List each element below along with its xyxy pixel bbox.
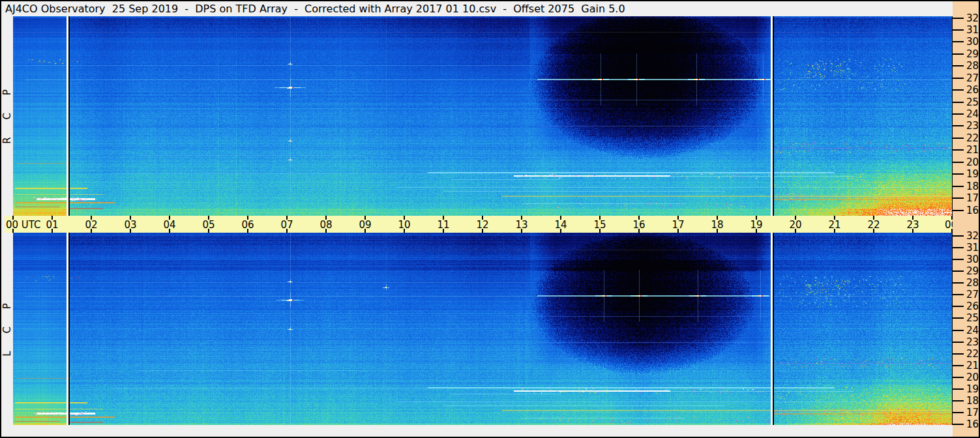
freq-label: 20: [966, 372, 979, 383]
freq-label: 21: [966, 360, 979, 371]
panel-label-rcp: R C P: [1, 16, 13, 216]
freq-tick: [953, 400, 964, 402]
freq-label: 18: [966, 181, 979, 192]
hour-label: 05: [202, 219, 215, 231]
freq-tick: [953, 388, 964, 390]
freq-label: 24: [966, 325, 979, 336]
freq-label: 24: [966, 109, 979, 119]
hour-label: 10: [398, 219, 410, 231]
freq-label: 31: [966, 25, 979, 35]
freq-label: 23: [966, 337, 979, 347]
freq-tick: [953, 235, 964, 237]
freq-label: 28: [966, 278, 979, 288]
bottom-margin: [1, 425, 953, 437]
freq-label: 16: [966, 205, 979, 216]
axis-start-label: 00 UTC: [6, 219, 41, 231]
freq-tick: [953, 113, 964, 115]
freq-tick: [953, 259, 964, 260]
freq-tick: [953, 424, 964, 425]
freq-tick: [953, 306, 964, 307]
freq-tick: [953, 149, 964, 151]
time-axis: 0102030405060708091011121314151617181920…: [1, 216, 979, 233]
freq-tick: [953, 353, 964, 355]
hour-label: 01: [46, 219, 58, 231]
freq-tick: [953, 53, 964, 55]
hour-label: 16: [632, 219, 645, 231]
freq-label: 20: [966, 157, 979, 168]
freq-tick: [953, 330, 964, 331]
hour-label: 07: [280, 219, 293, 231]
hour-label: 18: [711, 219, 723, 231]
freq-label: 27: [966, 73, 979, 83]
freq-label: 26: [966, 301, 979, 312]
freq-label: 18: [966, 396, 979, 406]
freq-label: 22: [966, 349, 979, 359]
freq-tick: [953, 29, 964, 31]
title-bar: AJ4CO Observatory 25 Sep 2019 - DPS on T…: [1, 1, 953, 16]
freq-label: 25: [966, 97, 979, 108]
hour-label: 09: [359, 219, 371, 231]
freq-label: 32: [966, 231, 979, 241]
hour-label: 08: [319, 219, 332, 231]
freq-label: 22: [966, 133, 979, 143]
freq-tick: [953, 89, 964, 91]
hour-label: 22: [867, 219, 880, 231]
freq-tick: [953, 125, 964, 126]
frequency-scale: 3231302928272625242322212019181716323130…: [953, 1, 979, 437]
spectrogram-lcp-canvas: [13, 233, 952, 425]
hour-label: 02: [85, 219, 97, 231]
hour-label: 23: [906, 219, 919, 231]
freq-tick: [953, 270, 964, 272]
hour-label: 11: [437, 219, 449, 231]
freq-label: 31: [966, 242, 979, 253]
freq-label: 30: [966, 254, 979, 265]
spectrogram-rcp-canvas: [13, 16, 952, 216]
freq-tick: [953, 65, 964, 66]
hour-label: 21: [828, 219, 840, 231]
freq-tick: [953, 247, 964, 248]
freq-tick: [953, 138, 964, 139]
freq-tick: [953, 377, 964, 378]
hour-label: 15: [593, 219, 606, 231]
freq-tick: [953, 18, 964, 19]
freq-tick: [953, 162, 964, 163]
freq-tick: [953, 210, 964, 211]
freq-tick: [953, 365, 964, 366]
freq-tick: [953, 78, 964, 79]
app-window: AJ4CO Observatory 25 Sep 2019 - DPS on T…: [0, 0, 980, 438]
freq-label: 17: [966, 407, 979, 418]
hour-label: 12: [476, 219, 488, 231]
freq-tick: [953, 294, 964, 295]
freq-tick: [953, 282, 964, 284]
hour-label: 06: [241, 219, 254, 231]
freq-label: 27: [966, 289, 979, 300]
hour-label: 04: [163, 219, 175, 231]
freq-tick: [953, 197, 964, 199]
freq-label: 26: [966, 85, 979, 95]
freq-label: 19: [966, 169, 979, 179]
freq-tick: [953, 412, 964, 413]
hour-label: 20: [789, 219, 801, 231]
freq-label: 16: [966, 419, 979, 430]
freq-tick: [953, 186, 964, 187]
hour-label: 19: [750, 219, 762, 231]
freq-label: 25: [966, 313, 979, 323]
freq-label: 28: [966, 61, 979, 71]
freq-tick: [953, 102, 964, 103]
hour-label: 14: [554, 219, 567, 231]
freq-label: 21: [966, 145, 979, 155]
freq-tick: [953, 342, 964, 343]
panel-label-lcp-text: L C P: [1, 302, 13, 356]
freq-tick: [953, 41, 964, 42]
freq-tick: [953, 173, 964, 175]
hour-label: 17: [672, 219, 684, 231]
freq-label: 23: [966, 121, 979, 131]
page-title: AJ4CO Observatory 25 Sep 2019 - DPS on T…: [5, 3, 625, 15]
freq-label: 29: [966, 266, 979, 276]
hour-label: 13: [515, 219, 527, 231]
panel-label-lcp: L C P: [1, 233, 13, 425]
freq-label: 17: [966, 193, 979, 203]
freq-label: 32: [966, 13, 979, 23]
panel-label-rcp-text: R C P: [1, 88, 13, 143]
freq-label: 29: [966, 49, 979, 59]
